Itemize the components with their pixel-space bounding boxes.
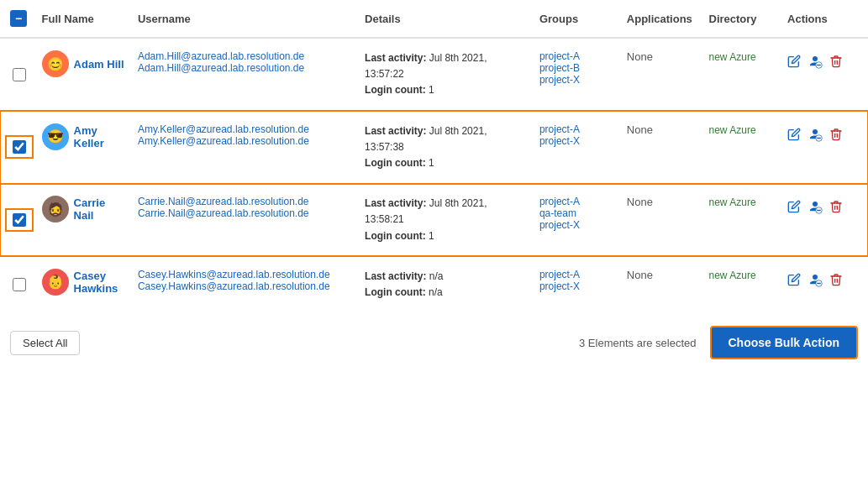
block-icon-casey-hawkins[interactable] <box>808 272 823 291</box>
col-details: Details <box>358 0 533 38</box>
user-name-cell-carrie-nail: 🧔Carrie Nail <box>35 184 131 257</box>
block-icon-adam-hill[interactable] <box>808 54 823 72</box>
username-cell-adam-hill: Adam.Hill@azuread.lab.resolution.deAdam.… <box>131 38 358 111</box>
group-link-adam-hill-project-X[interactable]: project-X <box>539 74 613 86</box>
delete-icon-adam-hill[interactable] <box>829 55 843 71</box>
directory-link-adam-hill[interactable]: new Azure <box>709 51 756 63</box>
svg-point-9 <box>813 275 818 280</box>
delete-icon-amy-keller[interactable] <box>829 128 843 144</box>
col-username: Username <box>131 0 358 38</box>
col-groups: Groups <box>533 0 620 38</box>
group-link-adam-hill-project-A[interactable]: project-A <box>539 50 613 62</box>
select-all-button[interactable]: Select All <box>10 331 80 355</box>
user-name-cell-casey-hawkins: 👶Casey Hawkins <box>35 256 131 312</box>
choose-bulk-action-button[interactable]: Choose Bulk Action <box>710 326 859 359</box>
col-actions: Actions <box>781 0 868 38</box>
applications-value-casey-hawkins: None <box>627 269 653 281</box>
email-link1-casey-hawkins[interactable]: Casey.Hawkins@azuread.lab.resolution.de <box>138 269 351 280</box>
user-name-link-carrie-nail[interactable]: Carrie Nail <box>74 196 124 222</box>
details-cell-casey-hawkins: Last activity: n/aLogin count: n/a <box>358 256 533 312</box>
users-table-container: Full Name Username Details Groups Applic… <box>0 0 868 487</box>
username-cell-carrie-nail: Carrie.Nail@azuread.lab.resolution.deCar… <box>131 184 358 257</box>
user-name-link-adam-hill[interactable]: Adam Hill <box>74 58 124 71</box>
directory-link-amy-keller[interactable]: new Azure <box>709 124 756 136</box>
edit-icon-carrie-nail[interactable] <box>787 200 801 217</box>
block-icon-carrie-nail[interactable] <box>808 199 823 217</box>
edit-icon-amy-keller[interactable] <box>787 128 801 144</box>
details-cell-adam-hill: Last activity: Jul 8th 2021, 13:57:22Log… <box>358 38 533 111</box>
avatar-amy-keller: 😎 <box>42 123 69 150</box>
row-checkbox-cell-adam-hill <box>0 38 35 111</box>
group-link-casey-hawkins-project-A[interactable]: project-A <box>539 269 613 280</box>
avatar-carrie-nail: 🧔 <box>42 196 69 223</box>
group-link-amy-keller-project-A[interactable]: project-A <box>539 123 613 135</box>
group-link-carrie-nail-project-X[interactable]: project-X <box>539 219 613 231</box>
directory-link-casey-hawkins[interactable]: new Azure <box>709 270 756 281</box>
actions-cell-amy-keller <box>781 111 868 184</box>
table-footer: Select All 3 Elements are selected Choos… <box>0 316 868 359</box>
avatar-casey-hawkins: 👶 <box>42 269 69 296</box>
table-row: 😊Adam HillAdam.Hill@azuread.lab.resoluti… <box>0 38 868 111</box>
svg-point-6 <box>813 202 818 207</box>
group-link-carrie-nail-project-A[interactable]: project-A <box>539 196 613 207</box>
svg-point-3 <box>813 129 818 134</box>
col-applications: Applications <box>620 0 702 38</box>
row-checkbox-cell-casey-hawkins <box>0 256 35 312</box>
applications-cell-amy-keller: None <box>620 111 702 184</box>
table-header-row: Full Name Username Details Groups Applic… <box>0 0 868 38</box>
checkbox-casey-hawkins[interactable] <box>13 278 26 291</box>
email-link1-amy-keller[interactable]: Amy.Keller@azuread.lab.resolution.de <box>138 123 351 135</box>
email-link2-casey-hawkins[interactable]: Casey.Hawkins@azuread.lab.resolution.de <box>138 280 351 292</box>
username-cell-casey-hawkins: Casey.Hawkins@azuread.lab.resolution.deC… <box>131 256 358 312</box>
applications-value-adam-hill: None <box>627 50 653 63</box>
col-directory: Directory <box>702 0 781 38</box>
group-link-casey-hawkins-project-X[interactable]: project-X <box>539 280 613 292</box>
directory-cell-casey-hawkins: new Azure <box>702 256 781 312</box>
directory-link-carrie-nail[interactable]: new Azure <box>709 196 756 208</box>
actions-cell-casey-hawkins <box>781 256 868 312</box>
actions-cell-carrie-nail <box>781 184 868 257</box>
group-link-carrie-nail-qa-team[interactable]: qa-team <box>539 207 613 219</box>
directory-cell-amy-keller: new Azure <box>702 111 781 184</box>
actions-cell-adam-hill <box>781 38 868 111</box>
groups-cell-carrie-nail: project-Aqa-teamproject-X <box>533 184 620 257</box>
delete-icon-casey-hawkins[interactable] <box>829 273 843 290</box>
applications-cell-adam-hill: None <box>620 38 702 111</box>
email-link1-carrie-nail[interactable]: Carrie.Nail@azuread.lab.resolution.de <box>138 196 351 207</box>
email-link2-carrie-nail[interactable]: Carrie.Nail@azuread.lab.resolution.de <box>138 207 351 219</box>
block-icon-amy-keller[interactable] <box>808 127 823 145</box>
select-all-checkbox[interactable] <box>10 10 27 27</box>
delete-icon-carrie-nail[interactable] <box>829 200 843 217</box>
avatar-adam-hill: 😊 <box>42 50 69 77</box>
checkbox-adam-hill[interactable] <box>13 68 26 81</box>
directory-cell-carrie-nail: new Azure <box>702 184 781 257</box>
user-name-cell-adam-hill: 😊Adam Hill <box>35 38 131 111</box>
user-name-link-amy-keller[interactable]: Amy Keller <box>74 124 124 149</box>
footer-right: 3 Elements are selected Choose Bulk Acti… <box>579 326 858 359</box>
col-full-name: Full Name <box>35 0 131 38</box>
details-cell-carrie-nail: Last activity: Jul 8th 2021, 13:58:21Log… <box>358 184 533 257</box>
header-checkbox-cell[interactable] <box>0 0 35 38</box>
edit-icon-casey-hawkins[interactable] <box>787 273 801 290</box>
directory-cell-adam-hill: new Azure <box>702 38 781 111</box>
elements-selected-label: 3 Elements are selected <box>579 337 696 349</box>
applications-value-amy-keller: None <box>627 123 653 136</box>
checkbox-amy-keller[interactable] <box>13 140 26 154</box>
username-cell-amy-keller: Amy.Keller@azuread.lab.resolution.deAmy.… <box>131 111 358 184</box>
email-link2-amy-keller[interactable]: Amy.Keller@azuread.lab.resolution.de <box>138 135 351 147</box>
table-row: 😎Amy KellerAmy.Keller@azuread.lab.resolu… <box>0 111 868 184</box>
group-link-amy-keller-project-X[interactable]: project-X <box>539 135 613 147</box>
edit-icon-adam-hill[interactable] <box>787 55 801 71</box>
user-name-cell-amy-keller: 😎Amy Keller <box>35 111 131 184</box>
email-link2-adam-hill[interactable]: Adam.Hill@azuread.lab.resolution.de <box>138 62 351 74</box>
svg-point-0 <box>813 56 818 61</box>
user-name-link-casey-hawkins[interactable]: Casey Hawkins <box>74 270 124 295</box>
applications-cell-casey-hawkins: None <box>620 256 702 312</box>
users-table: Full Name Username Details Groups Applic… <box>0 0 868 312</box>
table-row: 👶Casey HawkinsCasey.Hawkins@azuread.lab.… <box>0 256 868 312</box>
row-checkbox-cell-amy-keller <box>0 111 35 184</box>
email-link1-adam-hill[interactable]: Adam.Hill@azuread.lab.resolution.de <box>138 50 351 62</box>
table-row: 🧔Carrie NailCarrie.Nail@azuread.lab.reso… <box>0 184 868 257</box>
checkbox-carrie-nail[interactable] <box>13 213 26 227</box>
group-link-adam-hill-project-B[interactable]: project-B <box>539 62 613 74</box>
